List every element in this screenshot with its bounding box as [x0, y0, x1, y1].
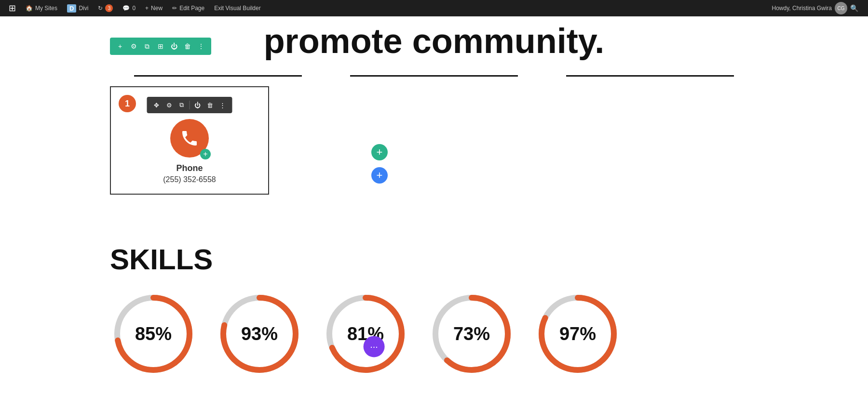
divi-menu[interactable]: D Divi: [62, 0, 93, 16]
updates-menu[interactable]: ↻ 3: [93, 0, 118, 16]
section-add-btn[interactable]: +: [114, 40, 126, 53]
skill-item-4: 73%: [428, 290, 515, 377]
skill-circle-5: 97%: [534, 290, 621, 377]
chat-bubble-overlay[interactable]: ···: [364, 336, 385, 357]
skill-percent-4: 73%: [453, 324, 490, 344]
exit-builder-btn[interactable]: Exit Visual Builder: [209, 0, 266, 16]
skill-item-5: 97%: [534, 290, 621, 377]
module-move-btn[interactable]: ✥: [151, 99, 163, 111]
contact-label: Phone: [125, 163, 254, 173]
edit-page-btn[interactable]: ✏ Edit Page: [167, 0, 209, 16]
new-plus-icon: +: [145, 5, 149, 12]
module-toggle-btn[interactable]: ⏻: [192, 99, 203, 111]
search-icon[interactable]: 🔍: [850, 4, 858, 12]
home-icon: 🏠: [26, 5, 33, 12]
divider-2: [350, 75, 518, 77]
add-row-teal-btn[interactable]: +: [371, 144, 388, 160]
skills-title: SKILLS: [110, 243, 758, 276]
section-settings-btn[interactable]: ⚙: [127, 40, 140, 53]
phone-icon-container: ✥ ⚙ ⧉ ⏻ 🗑 ⋮ +: [125, 102, 254, 158]
skill-circle-4: 73%: [428, 290, 515, 377]
divider-3: [566, 75, 734, 77]
section-more-btn[interactable]: ⋮: [195, 40, 207, 53]
skill-item-2: 93%: [216, 290, 303, 377]
section-clone-btn[interactable]: ⧉: [141, 40, 153, 53]
add-row-blue-btn[interactable]: +: [371, 167, 388, 184]
skills-row: 85% 93%: [110, 290, 758, 377]
skill-item-1: 85%: [110, 290, 197, 377]
wp-icon: ⊞: [9, 3, 16, 13]
module-clone-btn[interactable]: ⧉: [176, 99, 188, 111]
module-delete-btn[interactable]: 🗑: [204, 99, 216, 111]
divider-1: [134, 75, 302, 77]
my-sites-menu[interactable]: 🏠 My Sites: [21, 0, 62, 16]
toolbar-divider: [190, 101, 190, 109]
contact-number-badge: 1: [119, 95, 136, 112]
page-content: promote community. + ⚙ ⧉ ⊞ ⏻ 🗑 ⋮ 1: [0, 16, 868, 387]
section-delete-btn[interactable]: 🗑: [181, 40, 194, 53]
phone-icon-bg: +: [170, 119, 209, 158]
skill-percent-5: 97%: [559, 324, 596, 344]
new-menu[interactable]: + New: [140, 0, 167, 16]
skill-circle-2: 93%: [216, 290, 303, 377]
section-toggle-btn[interactable]: ⏻: [168, 40, 180, 53]
admin-bar: ⊞ 🏠 My Sites D Divi ↻ 3 💬 0 + New ✏ Edit…: [0, 0, 868, 16]
comments-icon: 💬: [122, 5, 130, 12]
contact-value: (255) 352-6558: [125, 175, 254, 184]
comments-menu[interactable]: 💬 0: [118, 0, 140, 16]
wp-logo[interactable]: ⊞: [4, 0, 21, 16]
dividers-row: [0, 70, 868, 86]
skill-circle-1: 85%: [110, 290, 197, 377]
updates-icon: ↻: [98, 5, 103, 12]
contact-section: 1 ✥ ⚙ ⧉ ⏻ 🗑 ⋮: [0, 86, 868, 195]
divi-icon: D: [67, 4, 76, 13]
phone-icon: [180, 129, 199, 148]
avatar[interactable]: CG: [835, 2, 847, 14]
skill-percent-2: 93%: [241, 324, 278, 344]
skill-percent-1: 85%: [135, 324, 172, 344]
contact-card: 1 ✥ ⚙ ⧉ ⏻ 🗑 ⋮: [110, 86, 269, 195]
pencil-icon: ✏: [172, 5, 177, 12]
admin-bar-right: Howdy, Christina Gwira CG 🔍: [772, 2, 864, 14]
add-module-circle-btn[interactable]: +: [200, 149, 211, 159]
section-toolbar: + ⚙ ⧉ ⊞ ⏻ 🗑 ⋮: [110, 38, 211, 55]
skill-circle-3: 81%: [322, 290, 409, 377]
skills-section: SKILLS 85%: [0, 224, 868, 387]
section-grid-btn[interactable]: ⊞: [154, 40, 167, 53]
module-more-btn[interactable]: ⋮: [217, 99, 229, 111]
chat-bubble-icon: ···: [370, 341, 378, 352]
module-settings-btn[interactable]: ⚙: [163, 99, 175, 111]
howdy-text: Howdy, Christina Gwira: [772, 5, 832, 12]
module-toolbar: ✥ ⚙ ⧉ ⏻ 🗑 ⋮: [147, 97, 232, 113]
skill-item-3: 81% ···: [322, 290, 409, 377]
